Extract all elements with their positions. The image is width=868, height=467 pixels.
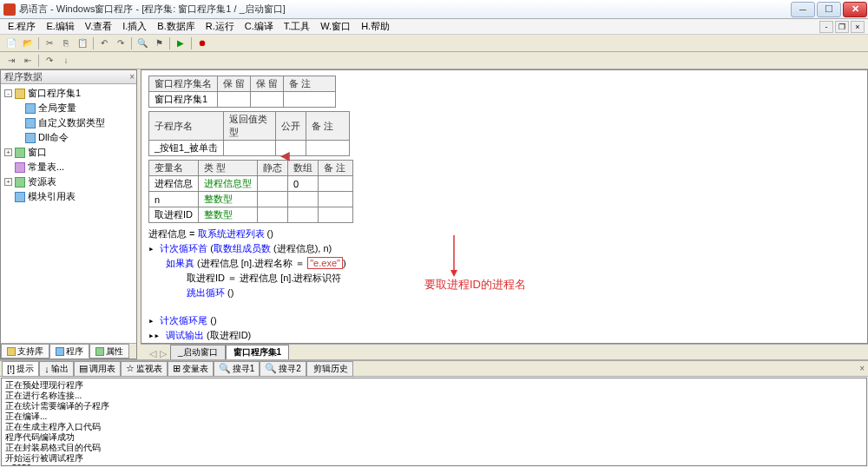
tab-icon: ☆	[126, 363, 135, 374]
tab-nav-left-icon[interactable]: ◁	[149, 348, 156, 359]
log-line: 正在进行名称连接...	[5, 391, 863, 401]
tab-icon	[56, 347, 64, 356]
stepinto-button[interactable]: ↓	[58, 54, 74, 68]
mdi-minimize-button[interactable]: -	[819, 21, 833, 33]
output-tabs: [!]提示↓输出▤调用表☆监视表⊞变量表🔍搜寻1🔍搜寻2剪辑历史×	[0, 361, 868, 377]
output-tab[interactable]: ☆监视表	[121, 361, 168, 377]
menu-database[interactable]: B.数据库	[153, 20, 199, 33]
new-button[interactable]: 📄	[3, 36, 19, 50]
annotation-arrow-icon	[445, 235, 463, 279]
code-line[interactable]: ▸ 计次循环首 (取数组成员数 (进程信息), n)	[145, 241, 864, 256]
editor-tab[interactable]: 窗口程序集1	[226, 345, 290, 359]
code-line[interactable]: 进程信息 = 取系统进程列表 ()	[145, 227, 864, 241]
code-editor[interactable]: ◀ 窗口程序集名保 留保 留备 注 窗口程序集1 子程序名返回值类型公开备 注 …	[141, 69, 868, 344]
tree-label: 常量表...	[28, 161, 64, 174]
tree-item[interactable]: 自定义数据类型	[15, 115, 133, 130]
expand-icon[interactable]: -	[4, 89, 12, 97]
run-button[interactable]: ▶	[173, 36, 188, 50]
toolbar-debug: ⇥ ⇤ ↷ ↓	[0, 52, 868, 69]
tree-item[interactable]: Dll命令	[15, 130, 133, 145]
code-line[interactable]: 如果真 (进程信息 [n].进程名称 ＝ "e.exe")	[145, 256, 864, 271]
step2-button[interactable]: ⇤	[20, 54, 36, 68]
expand-icon[interactable]: +	[4, 178, 12, 186]
close-button[interactable]: ✕	[843, 2, 867, 17]
menu-program[interactable]: E.程序	[3, 20, 40, 33]
panel-tab[interactable]: 程序	[49, 344, 89, 358]
tree-label: 模块引用表	[28, 190, 76, 203]
menu-compile[interactable]: C.编译	[240, 20, 278, 33]
copy-button[interactable]: ⎘	[58, 36, 74, 50]
titlebar: 易语言 - Windows窗口程序 - [程序集: 窗口程序集1 / _启动窗口…	[0, 0, 868, 19]
mdi-close-button[interactable]: ×	[851, 21, 865, 33]
editor-tabs: ◁ ▷ _启动窗口 窗口程序集1	[141, 344, 868, 359]
tree-label: 窗口程序集1	[28, 87, 81, 100]
tree-item[interactable]: +资源表	[4, 174, 133, 189]
code-line[interactable]: ▸ 计次循环尾 ()	[145, 313, 864, 328]
tree-item[interactable]: -窗口程序集1	[4, 86, 133, 101]
tab-icon	[95, 347, 104, 356]
open-button[interactable]: 📂	[20, 36, 36, 50]
tree-item[interactable]: +窗口	[4, 145, 133, 160]
output-tab[interactable]: 🔍搜寻2	[260, 361, 306, 377]
tab-icon: ⊞	[173, 363, 181, 374]
menu-view[interactable]: V.查看	[81, 20, 116, 33]
bookmark-button[interactable]: ⚑	[151, 36, 167, 50]
tree-item[interactable]: 模块引用表	[4, 189, 133, 204]
maximize-button[interactable]: ☐	[817, 2, 841, 17]
editor-tab[interactable]: _启动窗口	[170, 345, 226, 359]
menu-edit[interactable]: E.编辑	[42, 20, 78, 33]
output-close-button[interactable]: ×	[859, 364, 868, 373]
tree-item[interactable]: 常量表...	[4, 160, 133, 174]
tree-node-icon	[15, 162, 25, 173]
variables-table[interactable]: 变量名类 型静态数组备 注 进程信息进程信息型0 n整数型 取进程ID整数型	[148, 160, 353, 223]
assembly-table[interactable]: 窗口程序集名保 留保 留备 注 窗口程序集1	[148, 76, 336, 108]
tab-nav-right-icon[interactable]: ▷	[160, 348, 167, 359]
panel-tab[interactable]: 支持库	[1, 344, 49, 358]
tree-label: 全局变量	[38, 102, 76, 115]
panel-tab[interactable]: 属性	[89, 344, 129, 358]
step-button[interactable]: ⇥	[3, 54, 19, 68]
code-line[interactable]: ▸▸ 调试输出 (取进程ID)	[145, 328, 864, 343]
log-line: ▸ 5252	[5, 464, 863, 466]
menu-window[interactable]: W.窗口	[316, 20, 355, 33]
project-tree[interactable]: -窗口程序集1全局变量自定义数据类型Dll命令+窗口常量表...+资源表模块引用…	[1, 84, 136, 343]
mdi-restore-button[interactable]: ❐	[835, 21, 849, 33]
undo-button[interactable]: ↶	[96, 36, 112, 50]
project-panel: 程序数据 × -窗口程序集1全局变量自定义数据类型Dll命令+窗口常量表...+…	[0, 69, 137, 359]
stepover-button[interactable]: ↷	[42, 54, 57, 68]
gutter-arrow-icon: ◀	[280, 148, 290, 162]
output-panel: [!]提示↓输出▤调用表☆监视表⊞变量表🔍搜寻1🔍搜寻2剪辑历史× 正在预处理现…	[0, 359, 868, 467]
tab-icon: [!]	[7, 364, 15, 374]
code-line[interactable]	[145, 300, 864, 313]
tree-label: 自定义数据类型	[38, 116, 105, 129]
tab-icon: ▤	[79, 363, 88, 374]
redo-button[interactable]: ↷	[113, 36, 128, 50]
tree-node-icon	[25, 118, 36, 128]
log-line: 正在封装易格式目的代码	[5, 443, 863, 453]
menu-help[interactable]: H.帮助	[357, 20, 394, 33]
tree-item[interactable]: 全局变量	[15, 101, 133, 115]
menu-tools[interactable]: T.工具	[279, 20, 315, 33]
find-button[interactable]: 🔍	[135, 36, 150, 50]
log-line: 正在生成主程序入口代码	[5, 422, 863, 432]
menu-run[interactable]: R.运行	[201, 20, 239, 33]
window-title: 易语言 - Windows窗口程序 - [程序集: 窗口程序集1 / _启动窗口…	[19, 3, 286, 16]
window-buttons: ─ ☐ ✕	[790, 0, 868, 19]
output-tab[interactable]: ⊞变量表	[168, 361, 214, 377]
panel-close-button[interactable]: ×	[129, 72, 135, 82]
cut-button[interactable]: ✂	[42, 36, 57, 50]
svg-marker-1	[450, 270, 457, 277]
minimize-button[interactable]: ─	[791, 2, 815, 17]
paste-button[interactable]: 📋	[75, 36, 90, 50]
tree-node-icon	[25, 133, 36, 143]
output-tab[interactable]: ↓输出	[39, 361, 74, 377]
output-tab[interactable]: [!]提示	[2, 361, 39, 377]
output-tab[interactable]: ▤调用表	[74, 361, 121, 377]
output-tab[interactable]: 剪辑历史	[306, 361, 353, 377]
expand-icon[interactable]: +	[4, 148, 12, 156]
menu-insert[interactable]: I.插入	[118, 20, 151, 33]
stop-button[interactable]: ⏺	[194, 36, 210, 50]
output-tab[interactable]: 🔍搜寻1	[214, 361, 260, 377]
subroutine-table[interactable]: 子程序名返回值类型公开备 注 _按钮1_被单击	[148, 111, 350, 156]
output-log[interactable]: 正在预处理现行程序正在进行名称连接...正在统计需要编译的子程序正在编译...正…	[1, 378, 867, 466]
